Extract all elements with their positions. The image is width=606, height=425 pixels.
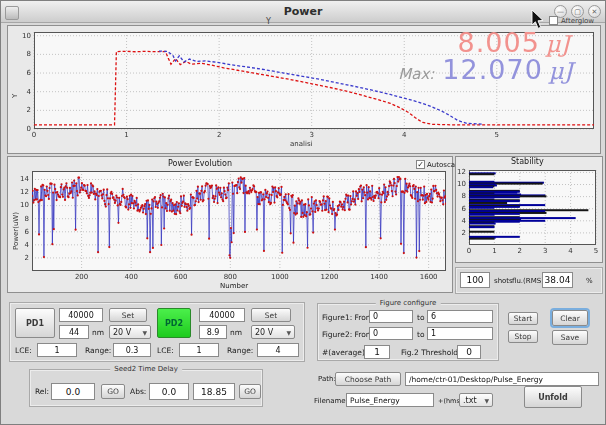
figure-configure-title: Figure configure xyxy=(376,299,441,307)
figure2-panel: Power Evolution ✓ Autoscale Power(uW) Nu… xyxy=(7,156,453,293)
chevron-down-icon: ▼ xyxy=(484,397,489,404)
max-unit: µJ xyxy=(549,58,573,84)
pd2-set-button[interactable]: Set xyxy=(251,308,291,322)
chevron-down-icon: ▼ xyxy=(142,329,147,336)
extension-dropdown[interactable]: .txt▼ xyxy=(459,393,493,407)
pd2-button[interactable]: PD2 xyxy=(157,308,191,338)
pd1-voltage-value: 20 V xyxy=(113,328,131,337)
figure1-to-field[interactable] xyxy=(427,310,493,323)
pd2-range-field[interactable] xyxy=(257,343,299,357)
extension-value: .txt xyxy=(463,396,477,405)
to-label-1: to xyxy=(417,313,425,322)
max-readout: Max: 12.070 µJ xyxy=(398,54,573,85)
figure2-range-label: Figure2: From xyxy=(322,330,373,339)
rms-field[interactable] xyxy=(542,272,573,288)
window-title: Power xyxy=(1,1,605,22)
pd2-nm-label: nm xyxy=(230,328,242,337)
pd1-wavelength-field[interactable] xyxy=(59,325,89,339)
rel-field[interactable] xyxy=(51,383,95,400)
figure1-ylabel: Y xyxy=(11,94,19,98)
pd1-range-label: Range: xyxy=(85,346,111,355)
figure1-panel: Y Y analisi 8.005 µJ Max: 12.070 µJ xyxy=(7,25,601,154)
titlebar: Power — ▢ ✕ xyxy=(1,1,605,23)
pd2-range-label: Range: xyxy=(227,346,253,355)
rel-go-button[interactable]: GO xyxy=(101,384,125,399)
start-button[interactable]: Start xyxy=(508,312,538,325)
max-prefix: Max: xyxy=(398,65,434,83)
unfold-button[interactable]: Unfold xyxy=(524,386,582,408)
figure1-xlabel: analisi xyxy=(290,140,313,148)
pd1-set-button[interactable]: Set xyxy=(109,308,147,322)
check-icon: ✓ xyxy=(417,160,424,169)
rel-label: Rel: xyxy=(35,387,49,396)
stop-button[interactable]: Stop xyxy=(508,330,538,343)
average-label: #(average): xyxy=(322,348,367,357)
figure1-title: Y xyxy=(266,17,271,26)
abs2-field[interactable] xyxy=(193,383,235,400)
max-value: 12.070 xyxy=(442,54,542,85)
pd2-lce-field[interactable] xyxy=(179,343,219,357)
stability-plot xyxy=(456,157,602,262)
figure2-title: Power Evolution xyxy=(168,159,232,168)
afterglow-label: Afterglow xyxy=(561,17,594,25)
shots-label: shots xyxy=(494,277,513,285)
pd2-gain-field[interactable] xyxy=(199,308,245,322)
average-field[interactable] xyxy=(364,345,390,359)
filename-field[interactable] xyxy=(346,393,434,407)
filename-label: Filename: xyxy=(314,397,348,405)
autoscale-checkbox[interactable]: ✓ xyxy=(416,160,425,169)
to-label-2: to xyxy=(417,330,425,339)
clear-button[interactable]: Clear xyxy=(552,310,588,326)
stability-panel: Stability xyxy=(455,156,603,263)
path-field[interactable] xyxy=(405,372,599,386)
figure2-to-field[interactable] xyxy=(427,327,493,340)
threshold-label: Fig.2 Threshold: xyxy=(401,348,461,357)
abs-go-button[interactable]: GO xyxy=(239,384,261,399)
pd2-wavelength-field[interactable] xyxy=(199,325,227,339)
abs-label: Abs: xyxy=(130,387,146,396)
path-label: Path: xyxy=(318,375,336,383)
pd2-lce-label: LCE: xyxy=(157,346,174,355)
figure2-xlabel: Number xyxy=(220,282,248,290)
stability-title: Stability xyxy=(511,157,544,166)
figure2-ylabel: Power(uW) xyxy=(12,212,20,250)
pd1-lce-field[interactable] xyxy=(37,343,77,357)
pd2-voltage-value: 20 V xyxy=(255,328,273,337)
figure2-from-field[interactable] xyxy=(369,327,413,340)
mouse-cursor xyxy=(531,9,545,30)
seed2-title: Seed2 Time Delay xyxy=(110,365,182,373)
shots-field[interactable] xyxy=(460,272,490,288)
figure2-plot xyxy=(8,157,452,292)
pd1-range-field[interactable] xyxy=(113,343,151,357)
save-button[interactable]: Save xyxy=(552,330,588,345)
pd1-button[interactable]: PD1 xyxy=(15,308,55,338)
figure1-from-field[interactable] xyxy=(369,310,413,323)
figure1-range-label: Figure1: From xyxy=(322,313,373,322)
threshold-field[interactable] xyxy=(457,345,481,359)
choose-path-button[interactable]: Choose Path xyxy=(335,372,401,386)
chevron-down-icon: ▼ xyxy=(286,329,291,336)
pd2-voltage-dropdown[interactable]: 20 V▼ xyxy=(251,325,295,339)
afterglow-checkbox[interactable] xyxy=(549,16,558,25)
power-window: Power — ▢ ✕ Afterglow Y Y analisi 8.005 … xyxy=(0,0,606,425)
pd1-lce-label: LCE: xyxy=(15,346,32,355)
pd1-nm-label: nm xyxy=(92,328,104,337)
percent-label: % xyxy=(586,277,593,285)
pd1-voltage-dropdown[interactable]: 20 V▼ xyxy=(109,325,151,339)
pd1-gain-field[interactable] xyxy=(59,308,103,322)
abs-field[interactable] xyxy=(149,383,189,400)
